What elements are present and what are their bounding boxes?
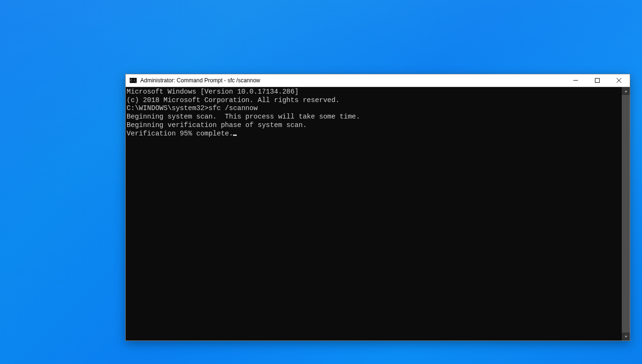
cmd-icon [129,78,137,83]
terminal-line: Beginning verification phase of system s… [127,121,621,130]
client-area: Microsoft Windows [Version 10.0.17134.28… [126,87,630,340]
terminal-line: Beginning system scan. This process will… [127,113,621,121]
close-button[interactable] [608,74,630,87]
svg-marker-2 [625,336,627,338]
scroll-track[interactable] [622,95,630,332]
window-title: Administrator: Command Prompt - sfc /sca… [140,77,565,84]
svg-marker-1 [625,90,627,92]
minimize-button[interactable] [565,74,586,87]
terminal-line: (c) 2018 Microsoft Corporation. All righ… [127,96,621,105]
scroll-up-button[interactable] [622,87,630,95]
window-controls [565,74,630,87]
terminal-output[interactable]: Microsoft Windows [Version 10.0.17134.28… [126,87,622,340]
titlebar[interactable]: Administrator: Command Prompt - sfc /sca… [126,74,630,87]
terminal-line: Microsoft Windows [Version 10.0.17134.28… [127,88,621,96]
command-prompt-window: Administrator: Command Prompt - sfc /sca… [125,74,630,341]
vertical-scrollbar[interactable] [622,87,630,340]
terminal-line: Verification 95% complete. [127,130,621,138]
svg-rect-0 [595,79,600,83]
maximize-button[interactable] [586,74,608,87]
scroll-thumb[interactable] [622,95,630,332]
terminal-line: C:\WINDOWS\system32>sfc /scannow [127,104,621,113]
text-cursor [233,135,237,136]
scroll-down-button[interactable] [622,332,630,340]
